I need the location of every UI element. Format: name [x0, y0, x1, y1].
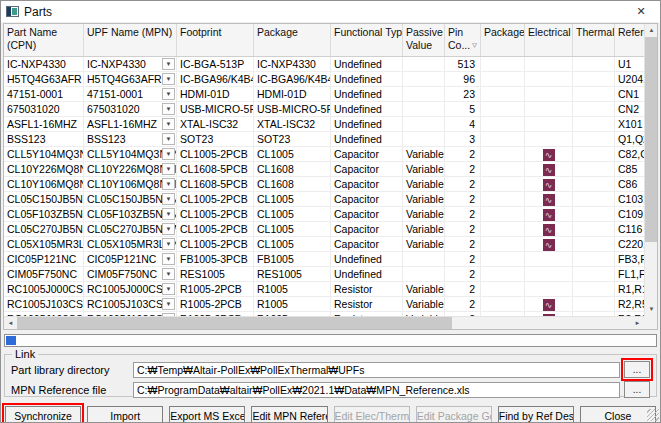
cell-pin_count: 4	[445, 117, 481, 131]
cell-footprint: CL1005-2PCB	[177, 207, 254, 221]
electrical-prop-icon: ∿	[543, 194, 555, 206]
resize-grip[interactable]	[647, 409, 659, 421]
mpn-reference-browse-button[interactable]: ...	[624, 381, 650, 398]
dropdown-arrow-icon[interactable]: ▼	[162, 298, 175, 310]
dropdown-arrow-icon[interactable]: ▼	[162, 163, 175, 175]
cell-package: RES1005	[254, 267, 331, 281]
dropdown-arrow-icon[interactable]: ▼	[162, 58, 175, 70]
dropdown-arrow-icon[interactable]: ▼	[162, 238, 175, 250]
table-row[interactable]: RC1005J000CSRC1005J000CS▼R1005-2PCBR1005…	[4, 282, 644, 297]
table-row[interactable]: IC-NXP4330IC-NXP4330▼IC-BGA-513PIC-NXP43…	[4, 57, 644, 72]
electrical-prop-icon: ∿	[543, 209, 555, 221]
table-row[interactable]: BSS123BSS123▼SOT23SOT23Undefined3Q1,Q2	[4, 132, 644, 147]
column-header-electrical[interactable]: Electrical	[525, 24, 573, 56]
column-header-package[interactable]: Package	[254, 24, 331, 56]
dropdown-arrow-icon[interactable]: ▼	[162, 118, 175, 130]
column-header-footprint[interactable]: Footprint	[177, 24, 254, 56]
column-header-passive_value[interactable]: Passive Value	[403, 24, 445, 56]
synchronize-button[interactable]: Synchronize	[5, 406, 81, 423]
horizontal-scroll-thumb[interactable]	[17, 317, 452, 329]
cell-functional_type: Capacitor	[331, 162, 403, 176]
cell-pin_count: 2	[445, 297, 481, 311]
table-row[interactable]: ASFL1-16MHZASFL1-16MHZ▼XTAL-ISC32XTAL-IS…	[4, 117, 644, 132]
part-library-browse-button[interactable]: ...	[624, 361, 650, 378]
dropdown-arrow-icon[interactable]: ▼	[162, 283, 175, 295]
table-row[interactable]: CIM05F750NCCIM05F750NC▼RES1005RES1005Und…	[4, 267, 644, 282]
table-row[interactable]: CLL5Y104MQ3NLNCCLL5Y104MQ3NLNC▼CL1005-2P…	[4, 147, 644, 162]
cell-electrical: ∿	[525, 237, 573, 251]
column-header-thermal[interactable]: Thermal	[573, 24, 615, 56]
mpn-reference-file-input[interactable]	[133, 382, 620, 398]
cell-cpn: CL05C270JB5NNWC	[4, 222, 84, 236]
table-row[interactable]: 675031020675031020▼USB-MICRO-5PUSB-MICRO…	[4, 102, 644, 117]
scroll-left-icon[interactable]: ◄	[4, 317, 17, 330]
cell-references: U204,U	[615, 72, 644, 86]
cell-passive_value	[403, 57, 445, 71]
export-ms-excel-button[interactable]: Export MS Excel	[169, 406, 245, 423]
cell-pin_count: 2	[445, 207, 481, 221]
link-group: Link Part library directory ... MPN Refe…	[4, 354, 657, 397]
cell-functional_type: Capacitor	[331, 207, 403, 221]
scroll-down-icon[interactable]: ▼	[645, 303, 658, 316]
dropdown-arrow-icon[interactable]: ▼	[162, 133, 175, 145]
cell-functional_type: Undefined	[331, 132, 403, 146]
import-button[interactable]: Import	[87, 406, 163, 423]
electrical-prop-icon: ∿	[543, 299, 555, 311]
cell-functional_type: Undefined	[331, 267, 403, 281]
table-row[interactable]: H5TQ4G63AFRH5TQ4G63AFR▼IC-BGA96/K4B4G16I…	[4, 72, 644, 87]
table-row[interactable]: 47151-000147151-0001▼HDMI-01DHDMI-01DUnd…	[4, 87, 644, 102]
edit-mpn-reference-button[interactable]: Edit MPN Reference	[251, 406, 327, 423]
cell-thermal	[573, 222, 615, 236]
dropdown-arrow-icon[interactable]: ▼	[162, 103, 175, 115]
cell-cpn: BSS123	[4, 132, 84, 146]
column-header-cpn[interactable]: Part Name (CPN)	[4, 24, 84, 56]
table-row[interactable]: CL10Y226MQ8NRNCCL10Y226MQ8NRNC▼CL1608-5P…	[4, 162, 644, 177]
cell-electrical: ∿	[525, 207, 573, 221]
cell-package: XTAL-ISC32	[254, 117, 331, 131]
cell-electrical: ∿	[525, 297, 573, 311]
dropdown-arrow-icon[interactable]: ▼	[162, 208, 175, 220]
scroll-right-icon[interactable]: ►	[631, 317, 644, 330]
dropdown-arrow-icon[interactable]: ▼	[162, 268, 175, 280]
dropdown-arrow-icon[interactable]: ▼	[162, 88, 175, 100]
electrical-prop-icon: ∿	[543, 239, 555, 251]
dropdown-arrow-icon[interactable]: ▼	[162, 223, 175, 235]
cell-package_geom	[481, 207, 525, 221]
cell-references: C86	[615, 177, 644, 191]
close-button[interactable]: Close	[580, 406, 656, 423]
dropdown-arrow-icon[interactable]: ▼	[162, 193, 175, 205]
column-header-pin_count[interactable]: Pin Co...▽	[445, 24, 481, 56]
table-row[interactable]: CIC05P121NCCIC05P121NC▼FB1005-3PCBFB1005…	[4, 252, 644, 267]
table-row[interactable]: CL10Y106MQ8NRNCCL10Y106MQ8NRNC▼CL1608-5P…	[4, 177, 644, 192]
find-by-ref-designator-button[interactable]: Find by Ref Designator	[498, 406, 574, 423]
table-row[interactable]: CL05C270JB5NNWCCL05C270JB5NNWC▼CL1005-2P…	[4, 222, 644, 237]
table-row[interactable]: CL05C150JB5NNNDCL05C150JB5NNND▼CL1005-2P…	[4, 192, 644, 207]
cell-passive_value: Variable	[403, 162, 445, 176]
cell-thermal	[573, 252, 615, 266]
column-header-package_geom[interactable]: Package	[481, 24, 525, 56]
cell-package_geom	[481, 267, 525, 281]
close-icon[interactable]: ✕	[627, 1, 655, 22]
cell-references: C116	[615, 222, 644, 236]
electrical-prop-icon: ∿	[543, 224, 555, 236]
table-body: IC-NXP4330IC-NXP4330▼IC-BGA-513PIC-NXP43…	[4, 57, 644, 316]
cell-cpn: RC1005J103CS	[4, 297, 84, 311]
column-header-functional_type[interactable]: Functional Type	[331, 24, 403, 56]
column-header-mpn[interactable]: UPF Name (MPN)	[84, 24, 177, 56]
column-header-references[interactable]: Reference	[615, 24, 644, 56]
cell-functional_type: Capacitor	[331, 237, 403, 251]
vertical-scroll-thumb[interactable]	[645, 37, 657, 242]
dropdown-arrow-icon[interactable]: ▼	[162, 178, 175, 190]
table-row[interactable]: RC1005J103CSRC1005J103CS▼R1005-2PCBR1005…	[4, 297, 644, 312]
scroll-up-icon[interactable]: ▲	[645, 24, 658, 37]
table-row[interactable]: CL05F103ZB5NNNCCL05F103ZB5NNNC▼CL1005-2P…	[4, 207, 644, 222]
horizontal-scrollbar[interactable]: ◄ ►	[4, 316, 644, 329]
dropdown-arrow-icon[interactable]: ▼	[162, 253, 175, 265]
part-library-directory-input[interactable]	[133, 362, 620, 378]
dropdown-arrow-icon[interactable]: ▼	[162, 148, 175, 160]
cell-cpn: RC1005J000CS	[4, 282, 84, 296]
dropdown-arrow-icon[interactable]: ▼	[162, 73, 175, 85]
edit-package-geom-button: Edit Package Geom	[416, 406, 492, 423]
table-row[interactable]: CL05X105MR3LNNHCL05X105MR3LNNH▼CL1005-2P…	[4, 237, 644, 252]
vertical-scrollbar[interactable]: ▲ ▼	[644, 24, 657, 316]
